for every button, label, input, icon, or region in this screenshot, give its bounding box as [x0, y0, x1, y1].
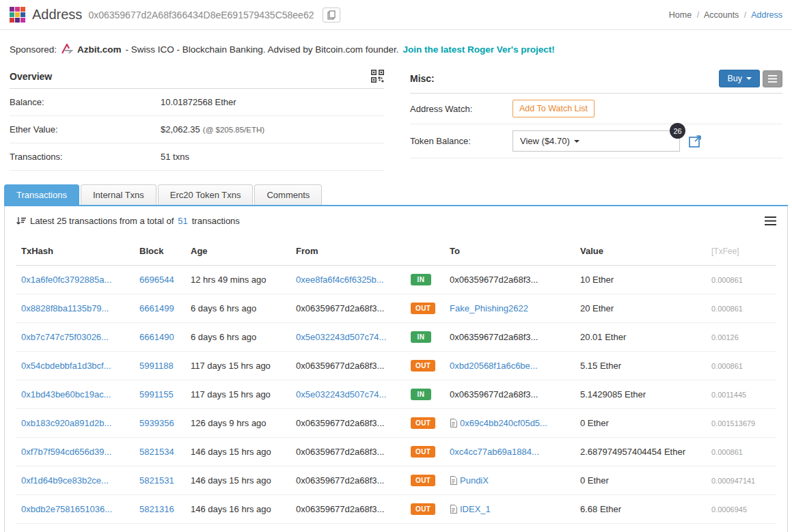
breadcrumb-separator: /: [744, 10, 746, 20]
value-text: 20 Ether: [580, 303, 614, 313]
table-row: 0x1bd43be60bc19ac... 5991155 117 days 15…: [16, 380, 776, 409]
balance-label: Balance:: [10, 97, 161, 107]
breadcrumb-address[interactable]: Address: [751, 10, 782, 20]
block-link[interactable]: 5991188: [139, 361, 174, 371]
breadcrumb-accounts[interactable]: Accounts: [704, 10, 739, 20]
contract-icon: [450, 505, 457, 514]
txhash-link[interactable]: 0x1a6fe0fc3792885a...: [21, 275, 111, 285]
transactions-row: Transactions: 51 txns: [10, 143, 384, 171]
to-address-text: 0x06359677d2a68f3...: [450, 275, 538, 285]
breadcrumb-home[interactable]: Home: [669, 10, 692, 20]
txhash-link[interactable]: 0xbdb2e7581651036...: [21, 504, 112, 514]
from-address-link[interactable]: 0x5e032243d507c74...: [296, 332, 386, 342]
to-address-text: 0x06359677d2a68f3...: [450, 389, 538, 400]
age-text: 146 days 15 hrs ago: [191, 475, 271, 486]
to-address-link[interactable]: 0x69c4bb240cf05d5...: [460, 418, 547, 428]
txhash-link[interactable]: 0xf1d64b9ce83b2ce...: [21, 475, 109, 486]
age-text: 117 days 15 hrs ago: [191, 389, 271, 400]
table-menu-button[interactable]: [765, 216, 776, 225]
age-text: 117 days 15 hrs ago: [191, 361, 271, 371]
txfee-text: 0.0011445: [711, 391, 746, 399]
to-address-text: 0x06359677d2a68f3...: [450, 332, 538, 342]
token-dropdown-value: View ($4.70): [520, 136, 570, 146]
table-row: 0x1a6fe0fc3792885a... 6696544 12 hrs 49 …: [16, 266, 776, 294]
from-address-link[interactable]: 0xee8fa6f4c6f6325b...: [296, 275, 384, 285]
direction-badge: IN: [411, 389, 431, 400]
block-link[interactable]: 5821534: [139, 447, 174, 457]
block-link[interactable]: 5821316: [139, 504, 174, 514]
token-count-badge: 26: [670, 123, 685, 139]
txhash-link[interactable]: 0x54cbdebbfa1d3bcf...: [21, 361, 111, 371]
tab-comments[interactable]: Comments: [254, 184, 322, 205]
from-address-text: 0x06359677d2a68f3...: [296, 361, 384, 371]
block-link[interactable]: 5821531: [139, 475, 174, 486]
summary-total-link[interactable]: 51: [178, 216, 187, 226]
token-balance-dropdown[interactable]: View ($4.70) 26: [513, 130, 680, 152]
caret-down-icon: [574, 140, 579, 143]
txhash-link[interactable]: 0x8828f8ba1135b79...: [21, 303, 109, 313]
block-link[interactable]: 5991155: [139, 389, 174, 400]
txfee-text: 0.0006945: [711, 505, 747, 514]
tab-internal-txns[interactable]: Internal Txns: [81, 184, 156, 205]
col-to: To: [444, 237, 575, 266]
to-address-link[interactable]: 0xc4cc77ab69a1884...: [450, 447, 539, 457]
block-link[interactable]: 6661490: [139, 332, 174, 342]
table-row: 0x54cbdebbfa1d3bcf... 5991188 117 days 1…: [16, 352, 776, 380]
direction-badge: OUT: [411, 475, 435, 486]
address-hash: 0x06359677d2A68f366434D8eE691579435C58ee…: [88, 10, 314, 20]
summary-text-prefix: Latest 25 transactions from a total of: [30, 216, 174, 226]
expand-token-view-icon[interactable]: [688, 134, 702, 148]
direction-badge: OUT: [411, 503, 435, 515]
summary-text-suffix: transactions: [192, 216, 240, 226]
from-address-text: 0x06359677d2a68f3...: [296, 418, 384, 428]
value-text: 6.68 Ether: [580, 504, 621, 514]
block-link[interactable]: 5939356: [139, 418, 174, 428]
copy-address-button[interactable]: [323, 8, 340, 23]
col-txhash: TxHash: [16, 237, 134, 266]
hamburger-icon: [765, 216, 776, 225]
sponsored-banner: Sponsored: Azbit.com - Swiss ICO - Block…: [0, 30, 792, 60]
to-address-link[interactable]: Fake_Phishing2622: [450, 303, 528, 313]
to-address-link[interactable]: PundiX: [460, 475, 489, 486]
to-address-link[interactable]: IDEX_1: [460, 504, 491, 514]
value-text: 0 Ether: [580, 475, 609, 486]
etherscan-logo-icon[interactable]: [10, 7, 26, 23]
block-link[interactable]: 6661499: [139, 303, 174, 313]
txfee-text: 0.000861: [711, 362, 743, 370]
to-address-link[interactable]: 0xbd20568f1a6c6be...: [450, 361, 538, 371]
table-row: 0xb183c920a891d2b... 5939356 126 days 9 …: [16, 409, 776, 438]
qr-code-icon[interactable]: [371, 70, 384, 83]
token-balance-label: Token Balance:: [410, 136, 513, 146]
misc-menu-button[interactable]: [763, 70, 782, 87]
txhash-link[interactable]: 0x1bd43be60bc19ac...: [21, 389, 111, 400]
sort-icon: [16, 216, 27, 226]
add-to-watch-list-button[interactable]: Add To Watch List: [513, 100, 595, 117]
table-row: 0xbdb2e7581651036... 5821316 146 days 16…: [16, 495, 776, 524]
value-text: 0 Ether: [580, 418, 609, 428]
col-direction: [405, 237, 444, 266]
address-watch-row: Address Watch: Add To Watch List: [410, 94, 782, 124]
tab-transactions[interactable]: Transactions: [4, 184, 79, 205]
token-balance-row: Token Balance: View ($4.70) 26: [410, 124, 782, 158]
page-title: Address: [32, 7, 82, 23]
sponsored-brand-link[interactable]: Azbit.com: [77, 44, 122, 55]
table-row: 0xf1d64b9ce83b2ce... 5821531 146 days 15…: [16, 466, 776, 495]
col-from: From: [290, 237, 405, 266]
value-text: 10 Ether: [580, 275, 614, 285]
txfee-text: 0.000861: [711, 305, 743, 313]
buy-button[interactable]: Buy: [719, 70, 760, 87]
misc-panel: Misc: Buy Address Watch: Add To Watch Li…: [410, 64, 782, 171]
block-link[interactable]: 6696544: [139, 275, 174, 285]
tab-erc20-token-txns[interactable]: Erc20 Token Txns: [158, 184, 254, 205]
ether-value-label: Ether Value:: [10, 124, 161, 135]
txhash-link[interactable]: 0xf7b7f594cd656d39...: [21, 447, 111, 457]
from-address-text: 0x06359677d2a68f3...: [296, 504, 384, 514]
from-address-text: 0x06359677d2a68f3...: [296, 447, 384, 457]
from-address-link[interactable]: 0x5e032243d507c74...: [296, 389, 386, 400]
txhash-link[interactable]: 0xb183c920a891d2b...: [21, 418, 111, 428]
overview-panel: Overview Balance: 10.01872568 Ether Ethe…: [10, 64, 384, 171]
value-text: 5.15 Ether: [580, 361, 621, 371]
txfee-text: 0.00126: [711, 333, 739, 341]
sponsored-cta-link[interactable]: Join the latest Roger Ver's project!: [403, 44, 555, 55]
txhash-link[interactable]: 0xb7c747c75f03026...: [21, 332, 109, 342]
